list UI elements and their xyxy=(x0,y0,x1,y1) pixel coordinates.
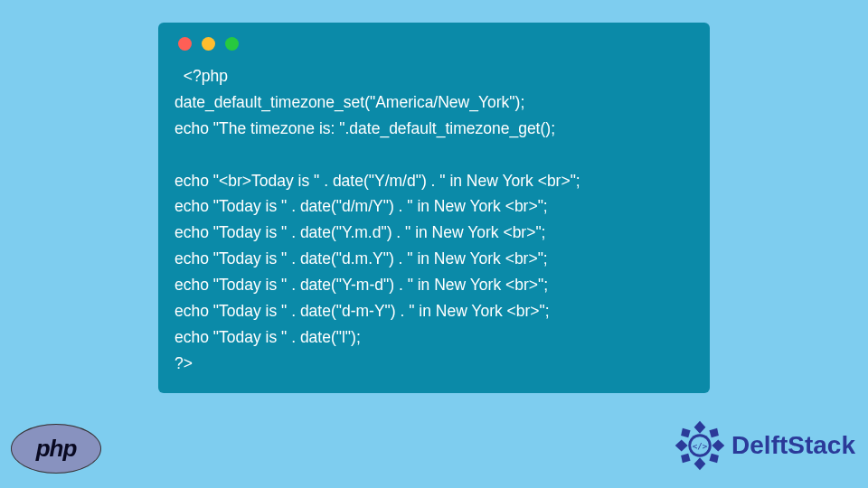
code-line: echo "The timezone is: ".date_default_ti… xyxy=(175,119,555,137)
code-line: <?php xyxy=(175,67,228,85)
maximize-icon xyxy=(225,37,239,51)
svg-marker-6 xyxy=(681,454,690,463)
code-line: echo "Today is " . date("Y.m.d") . " in … xyxy=(175,223,545,241)
code-line: echo "Today is " . date("l"); xyxy=(175,328,361,346)
code-block: <?php date_default_timezone_set("America… xyxy=(175,63,693,377)
brand-text: DelftStack xyxy=(731,431,855,460)
code-line: echo "Today is " . date("d-m-Y") . " in … xyxy=(175,302,550,320)
svg-marker-2 xyxy=(675,440,688,452)
php-logo: php xyxy=(11,424,101,474)
code-line: echo "Today is " . date("d.m.Y") . " in … xyxy=(175,249,548,267)
code-line: echo "Today is " . date("Y-m-d") . " in … xyxy=(175,276,548,294)
minimize-icon xyxy=(202,37,215,51)
code-line: date_default_timezone_set("America/New_Y… xyxy=(175,93,524,111)
svg-marker-7 xyxy=(710,454,719,463)
brand-logo: </> DelftStack xyxy=(674,419,855,472)
svg-marker-0 xyxy=(694,421,706,434)
svg-marker-4 xyxy=(681,428,690,437)
close-icon xyxy=(178,37,192,51)
window-controls xyxy=(178,37,693,51)
php-logo-text: php xyxy=(36,435,77,463)
code-line: echo "Today is " . date("d/m/Y") . " in … xyxy=(175,197,548,215)
svg-marker-3 xyxy=(712,440,724,452)
code-line: echo "<br>Today is " . date("Y/m/d") . "… xyxy=(175,172,580,190)
code-window: <?php date_default_timezone_set("America… xyxy=(158,23,710,393)
svg-marker-5 xyxy=(710,428,719,437)
brand-icon: </> xyxy=(674,419,726,472)
svg-text:</>: </> xyxy=(693,441,708,451)
svg-marker-1 xyxy=(694,457,706,470)
code-line: ?> xyxy=(175,354,193,372)
